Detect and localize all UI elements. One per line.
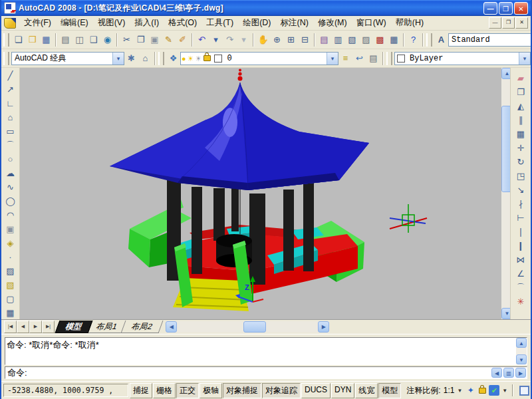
toggle-otrack[interactable]: 对象追踪 xyxy=(262,383,301,398)
designcenter-icon[interactable]: ▥ xyxy=(331,33,345,47)
scroll-right-icon[interactable]: ▶ xyxy=(318,321,329,332)
ellipse-arc-icon[interactable]: ◠ xyxy=(3,209,17,222)
toggle-grid[interactable]: 栅格 xyxy=(153,383,176,398)
move-icon[interactable]: ✛ xyxy=(514,142,528,155)
toolbar-grip[interactable] xyxy=(3,52,9,65)
stretch-icon[interactable]: ↘ xyxy=(514,184,528,197)
block-editor-icon[interactable]: ✐ xyxy=(176,33,190,47)
copy-object-icon[interactable]: ❐ xyxy=(514,86,528,99)
toggle-model[interactable]: 模型 xyxy=(378,383,401,398)
command-input[interactable]: 命令: ◀ ▥ ▶ xyxy=(5,366,527,379)
workspace-settings-icon[interactable]: ✱ xyxy=(124,52,138,65)
doc-minimize-button[interactable]: — xyxy=(489,17,501,29)
prev-tab-button[interactable]: ◀ xyxy=(17,321,29,333)
toolbar-grip[interactable] xyxy=(158,52,164,65)
hatch-icon[interactable]: ▨ xyxy=(3,265,17,278)
toolbar-grip[interactable] xyxy=(426,33,432,47)
layer-previous-icon[interactable]: ↩ xyxy=(352,52,366,65)
toolbar-grip[interactable] xyxy=(386,52,392,65)
horizontal-scroll-thumb[interactable] xyxy=(243,321,266,332)
text-style-icon[interactable]: A xyxy=(434,33,448,47)
array-icon[interactable]: ▦ xyxy=(514,128,528,141)
extend-icon[interactable]: ⊢ xyxy=(514,211,528,225)
restore-button[interactable]: ❐ xyxy=(499,2,513,15)
redo-dropdown-icon[interactable]: ▾ xyxy=(237,33,251,47)
toggle-lineweight[interactable]: 线宽 xyxy=(355,383,378,398)
circle-icon[interactable]: ○ xyxy=(3,153,17,166)
menu-draw[interactable]: 绘图(D) xyxy=(238,16,275,30)
tab-layout2[interactable]: 布局2 xyxy=(120,321,163,333)
horizontal-scroll-thumb[interactable]: ▥ xyxy=(503,368,514,378)
copy-icon[interactable]: ❐ xyxy=(134,33,148,47)
layer-properties-manager-icon[interactable]: ❖ xyxy=(166,52,180,65)
menu-dimension[interactable]: 标注(N) xyxy=(276,16,313,30)
plot-preview-icon[interactable]: ◫ xyxy=(72,33,86,47)
layer-freeze-icon[interactable]: ☀ xyxy=(188,53,194,65)
explode-icon[interactable]: ✳ xyxy=(514,295,528,309)
paste-icon[interactable]: ▣ xyxy=(148,33,162,47)
pan-icon[interactable]: ✋ xyxy=(256,33,270,47)
chamfer-icon[interactable]: ∠ xyxy=(514,267,528,281)
line-icon[interactable]: ╱ xyxy=(3,69,17,82)
next-tab-button[interactable]: ▶ xyxy=(29,321,42,333)
insert-block-icon[interactable]: ▣ xyxy=(3,223,17,236)
last-tab-button[interactable]: ▶| xyxy=(42,321,55,333)
layer-unlock-icon[interactable] xyxy=(203,55,211,61)
drawing-canvas[interactable]: Z xyxy=(20,68,501,319)
rectangle-icon[interactable]: ▭ xyxy=(3,125,17,138)
ellipse-icon[interactable]: ◯ xyxy=(3,195,17,208)
menu-window[interactable]: 窗口(W) xyxy=(352,16,391,30)
region-icon[interactable]: ▢ xyxy=(3,293,17,306)
horizontal-scroll-track[interactable] xyxy=(177,321,318,332)
match-properties-icon[interactable]: ✎ xyxy=(162,33,176,47)
open-file-icon[interactable]: ❒ xyxy=(25,33,39,47)
menu-file[interactable]: 文件(F) xyxy=(19,16,56,30)
canvas-horizontal-scrollbar[interactable]: ◀ ▶ xyxy=(166,321,329,332)
spline-icon[interactable]: ∿ xyxy=(3,181,17,194)
cut-icon[interactable]: ✂ xyxy=(120,33,134,47)
annotation-autoscale-icon[interactable]: ✔ xyxy=(489,385,499,396)
sheet-set-manager-icon[interactable]: ▨ xyxy=(359,33,373,47)
first-tab-button[interactable]: |◀ xyxy=(4,321,17,333)
break-at-point-icon[interactable]: ❘ xyxy=(514,225,528,239)
minimize-button[interactable]: — xyxy=(483,2,497,15)
menu-tools[interactable]: 工具(T) xyxy=(201,16,238,30)
workspace-combo[interactable]: AutoCAD 经典 ▾ xyxy=(11,52,124,65)
annotation-visibility-icon[interactable]: ✦ xyxy=(465,385,476,396)
menu-format[interactable]: 格式(O) xyxy=(164,16,201,30)
menu-modify[interactable]: 修改(M) xyxy=(313,16,352,30)
chevron-down-icon[interactable]: ▼ xyxy=(502,388,507,394)
polyline-icon[interactable]: ∟ xyxy=(3,97,17,110)
doc-close-button[interactable]: ✕ xyxy=(515,17,528,29)
revision-cloud-icon[interactable]: ☁ xyxy=(3,167,17,180)
color-combo[interactable]: ByLayer ▾ xyxy=(394,52,531,65)
mirror-icon[interactable]: ◭ xyxy=(514,100,528,113)
chevron-down-icon[interactable]: ▾ xyxy=(112,53,124,65)
scroll-down-icon[interactable]: ▼ xyxy=(516,354,527,364)
markup-set-manager-icon[interactable]: ▩ xyxy=(373,33,387,47)
make-object-layer-current-icon[interactable]: ≡ xyxy=(338,52,352,65)
arc-icon[interactable]: ⌒ xyxy=(3,139,17,152)
scroll-up-icon[interactable]: ▲ xyxy=(516,338,527,348)
make-block-icon[interactable]: ◈ xyxy=(3,237,17,250)
chevron-down-icon[interactable]: ▾ xyxy=(519,53,530,65)
undo-icon[interactable]: ↶ xyxy=(195,33,209,47)
construction-line-icon[interactable]: ↗ xyxy=(3,83,17,96)
annotation-scale-value[interactable]: 1:1 xyxy=(444,386,455,395)
command-window[interactable]: 命令: *取消*命令: *取消* ▲ ▼ 命令: ◀ ▥ ▶ xyxy=(1,334,531,381)
text-style-combo[interactable]: Standard ▾ xyxy=(448,33,532,47)
quickcalc-icon[interactable]: ▦ xyxy=(387,33,401,47)
save-icon[interactable]: ▦ xyxy=(39,33,53,47)
scale-icon[interactable]: ◳ xyxy=(514,170,528,183)
zoom-previous-icon[interactable]: ⊟ xyxy=(298,33,312,47)
menu-insert[interactable]: 插入(I) xyxy=(130,16,164,30)
doc-restore-button[interactable]: ❐ xyxy=(502,17,515,29)
undo-dropdown-icon[interactable]: ▾ xyxy=(209,33,223,47)
plot-icon[interactable]: ▤ xyxy=(59,33,72,47)
toggle-ortho[interactable]: 正交 xyxy=(176,383,199,398)
help-icon[interactable]: ? xyxy=(406,33,420,47)
tab-model[interactable]: 模型 xyxy=(55,321,93,333)
tool-palettes-icon[interactable]: ▧ xyxy=(345,33,359,47)
fillet-icon[interactable]: ⌒ xyxy=(514,281,528,295)
menu-view[interactable]: 视图(V) xyxy=(93,16,130,30)
